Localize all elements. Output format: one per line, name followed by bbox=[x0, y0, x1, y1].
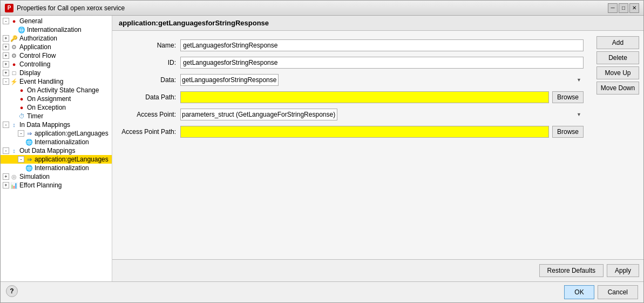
delete-button[interactable]: Delete bbox=[596, 51, 639, 64]
tree-label-authorization: Authorization bbox=[19, 35, 57, 42]
maximize-button[interactable]: □ bbox=[619, 3, 628, 13]
tree-item-display[interactable]: + □ Display bbox=[1, 69, 112, 77]
tree-item-out-data-mappings[interactable]: - ↕ Out Data Mappings bbox=[1, 146, 112, 155]
tree-label-on-activity-state-change: On Activity State Change bbox=[27, 86, 99, 94]
on-exception-icon: ● bbox=[18, 104, 25, 111]
expand-app-getlanguages-in[interactable]: - bbox=[18, 130, 24, 137]
data-label: Data: bbox=[121, 76, 180, 84]
tree-item-controlling[interactable]: + ● Controlling bbox=[1, 60, 112, 69]
tree-label-timer: Timer bbox=[27, 112, 43, 120]
tree-item-effort-planning[interactable]: + 📊 Effort Planning bbox=[1, 181, 112, 190]
internationalization-2-icon: 🌐 bbox=[25, 138, 33, 146]
out-data-mappings-icon: ↕ bbox=[10, 147, 18, 154]
expand-authorization[interactable]: + bbox=[3, 35, 9, 42]
application-icon: ⚙ bbox=[10, 43, 18, 51]
timer-icon: ⏱ bbox=[18, 112, 25, 120]
access-point-label: Access Point: bbox=[121, 111, 180, 118]
expand-simulation[interactable]: + bbox=[3, 173, 9, 180]
access-point-path-browse-button[interactable]: Browse bbox=[552, 126, 584, 138]
tree-item-control-flow[interactable]: + ⚙ Control Flow bbox=[1, 51, 112, 60]
expand-out-data-mappings[interactable]: - bbox=[3, 147, 9, 154]
tree-label-general: General bbox=[19, 17, 43, 25]
expand-in-data-mappings[interactable]: - bbox=[3, 122, 9, 128]
tree-item-on-activity-state-change[interactable]: ● On Activity State Change bbox=[1, 86, 112, 95]
data-control: getLanguagesforStringResponse bbox=[180, 74, 584, 86]
expand-app-getlanguages-out[interactable]: - bbox=[18, 156, 24, 163]
content-header: application:getLanguagesforStringRespons… bbox=[112, 16, 643, 31]
display-icon: □ bbox=[10, 69, 18, 77]
main-content: - ● General 🌐 Internationalization + 🔑 A… bbox=[1, 16, 643, 281]
tree-label-internationalization-2: Internationalization bbox=[35, 138, 89, 146]
help-button[interactable]: ? bbox=[6, 285, 18, 297]
access-point-control: parameters_struct (GetLanguageForStringR… bbox=[180, 109, 584, 120]
on-assignment-icon: ● bbox=[18, 95, 25, 103]
control-flow-icon: ⚙ bbox=[10, 52, 18, 59]
action-buttons-panel: Add Delete Move Up Move Down bbox=[592, 31, 643, 259]
tree-label-controlling: Controlling bbox=[19, 60, 50, 68]
bottom-bar: Restore Defaults Apply bbox=[112, 259, 643, 281]
on-activity-state-change-icon: ● bbox=[18, 86, 25, 94]
expand-controlling[interactable]: + bbox=[3, 61, 9, 68]
tree-label-on-exception: On Exception bbox=[27, 104, 66, 111]
main-window: P Properties for Call open xerox service… bbox=[0, 0, 644, 303]
tree-item-internationalization-2[interactable]: 🌐 Internationalization bbox=[1, 138, 112, 146]
title-bar: P Properties for Call open xerox service… bbox=[1, 1, 643, 16]
data-select-wrapper: getLanguagesforStringResponse bbox=[180, 74, 584, 86]
access-point-select[interactable]: parameters_struct (GetLanguageForStringR… bbox=[180, 109, 337, 120]
tree-item-general[interactable]: - ● General bbox=[1, 17, 112, 25]
window-controls: ─ □ ✕ bbox=[608, 3, 639, 13]
name-input[interactable] bbox=[180, 39, 584, 51]
access-point-path-control: Browse bbox=[180, 126, 584, 138]
access-point-select-wrapper: parameters_struct (GetLanguageForStringR… bbox=[180, 109, 584, 120]
tree-item-timer[interactable]: ⏱ Timer bbox=[1, 112, 112, 120]
tree-item-authorization[interactable]: + 🔑 Authorization bbox=[1, 34, 112, 43]
ok-button[interactable]: OK bbox=[564, 285, 594, 299]
id-input[interactable] bbox=[180, 57, 584, 69]
tree-item-app-getlanguages-out[interactable]: - ⇒ application:getLanguages bbox=[1, 155, 112, 164]
form-area: Name: ID: Data: bbox=[112, 31, 592, 259]
event-handling-icon: ⚡ bbox=[10, 78, 18, 85]
access-point-path-row: Access Point Path: Browse bbox=[121, 126, 584, 138]
internationalization-1-icon: 🌐 bbox=[18, 26, 25, 33]
tree-item-on-exception[interactable]: ● On Exception bbox=[1, 103, 112, 112]
move-down-button[interactable]: Move Down bbox=[596, 82, 639, 95]
access-point-path-input[interactable] bbox=[180, 126, 549, 138]
tree-item-application[interactable]: + ⚙ Application bbox=[1, 43, 112, 51]
tree-item-internationalization-3[interactable]: 🌐 Internationalization bbox=[1, 164, 112, 172]
cancel-button[interactable]: Cancel bbox=[598, 285, 638, 299]
add-button[interactable]: Add bbox=[596, 36, 639, 49]
tree-item-event-handling[interactable]: - ⚡ Event Handling bbox=[1, 77, 112, 86]
expand-general[interactable]: - bbox=[3, 18, 9, 24]
access-point-row: Access Point: parameters_struct (GetLang… bbox=[121, 109, 584, 120]
tree-label-event-handling: Event Handling bbox=[19, 78, 63, 85]
apply-button[interactable]: Apply bbox=[607, 264, 639, 277]
id-control bbox=[180, 57, 584, 69]
simulation-icon: ◎ bbox=[10, 173, 18, 180]
data-path-control: Browse bbox=[180, 91, 584, 103]
name-control bbox=[180, 39, 584, 51]
expand-effort-planning[interactable]: + bbox=[3, 182, 9, 188]
tree-item-internationalization-1[interactable]: 🌐 Internationalization bbox=[1, 25, 112, 34]
restore-defaults-button[interactable]: Restore Defaults bbox=[539, 264, 604, 277]
tree-label-app-getlanguages-out: application:getLanguages bbox=[35, 156, 109, 163]
tree-item-app-getlanguages-in[interactable]: - ⇒ application:getLanguages bbox=[1, 129, 112, 138]
minimize-button[interactable]: ─ bbox=[608, 3, 618, 13]
expand-event-handling[interactable]: - bbox=[3, 78, 9, 85]
data-path-browse-button[interactable]: Browse bbox=[552, 91, 584, 103]
move-up-button[interactable]: Move Up bbox=[596, 66, 639, 79]
data-path-input[interactable] bbox=[180, 91, 549, 103]
tree-label-internationalization-3: Internationalization bbox=[35, 164, 89, 172]
tree-item-simulation[interactable]: + ◎ Simulation bbox=[1, 172, 112, 181]
access-point-path-label: Access Point Path: bbox=[121, 128, 180, 136]
tree-item-in-data-mappings[interactable]: - ↕ In Data Mappings bbox=[1, 120, 112, 129]
tree-label-on-assignment: On Assignment bbox=[27, 95, 71, 103]
close-button[interactable]: ✕ bbox=[629, 3, 639, 13]
tree-label-in-data-mappings: In Data Mappings bbox=[19, 121, 70, 129]
footer-bar: ? OK Cancel bbox=[1, 281, 643, 302]
data-select[interactable]: getLanguagesforStringResponse bbox=[180, 74, 279, 86]
tree-item-on-assignment[interactable]: ● On Assignment bbox=[1, 95, 112, 103]
effort-planning-icon: 📊 bbox=[10, 181, 18, 189]
expand-application[interactable]: + bbox=[3, 44, 9, 50]
expand-display[interactable]: + bbox=[3, 70, 9, 76]
expand-control-flow[interactable]: + bbox=[3, 52, 9, 59]
